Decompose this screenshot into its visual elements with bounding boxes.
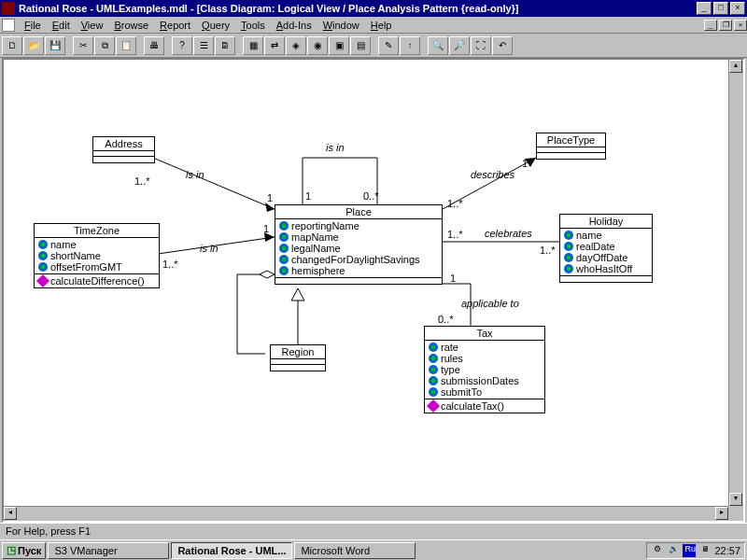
task-rational-rose[interactable]: Rational Rose - UML... — [171, 542, 292, 559]
attribute-icon — [564, 242, 573, 251]
attribute-icon — [429, 343, 438, 352]
menu-bar: File Edit View Browse Report Query Tools… — [0, 17, 747, 34]
save-icon[interactable]: 💾 — [45, 36, 65, 55]
attribute-icon — [564, 264, 573, 273]
minimize-button[interactable]: _ — [697, 2, 712, 15]
horizontal-scrollbar[interactable]: ◂ ▸ — [4, 506, 728, 521]
title-bar: Rational Rose - UMLExamples.mdl - [Class… — [0, 0, 747, 17]
mdi-minimize-button[interactable]: _ — [704, 20, 717, 31]
zoom-out-icon[interactable]: 🔎 — [449, 36, 470, 55]
menu-report[interactable]: Report — [154, 19, 196, 32]
tray-icon[interactable]: 🔊 — [667, 544, 680, 557]
attribute-icon — [564, 253, 573, 262]
paste-icon[interactable]: 📋 — [116, 36, 136, 55]
class-name: TimeZone — [35, 224, 159, 238]
class-holiday[interactable]: Holiday name realDate dayOffDate whoHasI… — [559, 214, 653, 283]
document-icon[interactable] — [2, 19, 15, 32]
class-tax[interactable]: Tax rate rules type submissionDates subm… — [424, 326, 545, 413]
diagram-canvas-frame: Address 1..* is in 1 TimeZone name short… — [2, 58, 745, 523]
mult-tax2: 0..* — [438, 314, 454, 325]
attribute-icon — [279, 266, 289, 275]
fit-window-icon[interactable]: ⛶ — [471, 36, 491, 55]
attribute-icon — [564, 231, 573, 240]
menu-edit[interactable]: Edit — [47, 19, 76, 32]
class-place[interactable]: Place reportingName mapName legalName ch… — [275, 204, 443, 285]
tray-icon[interactable]: ⚙ — [651, 544, 664, 557]
menu-browse[interactable]: Browse — [108, 19, 154, 32]
close-button[interactable]: × — [730, 2, 745, 15]
menu-addins[interactable]: Add-Ins — [271, 19, 317, 32]
class-name: PlaceType — [537, 133, 605, 147]
diagram-canvas[interactable]: Address 1..* is in 1 TimeZone name short… — [4, 60, 728, 506]
system-tray[interactable]: ⚙ 🔊 Ru 🖥 22:57 — [646, 542, 745, 559]
svg-marker-1 — [265, 203, 275, 212]
spec-icon[interactable]: ✎ — [378, 36, 399, 55]
browse-icon[interactable]: ☰ — [193, 36, 214, 55]
component-diagram-icon[interactable]: ▣ — [329, 36, 349, 55]
menu-view[interactable]: View — [76, 19, 109, 32]
zoom-in-icon[interactable]: 🔍 — [428, 36, 448, 55]
new-icon[interactable]: 🗋 — [2, 36, 22, 55]
start-button[interactable]: ◳Пуск — [2, 542, 46, 559]
class-timezone[interactable]: TimeZone name shortName offsetFromGMT ca… — [34, 223, 160, 288]
svg-marker-8 — [291, 288, 304, 301]
print-icon[interactable]: 🖶 — [144, 36, 164, 55]
mult-self1: 1 — [305, 190, 311, 202]
assoc-label-tz: is in — [200, 243, 218, 254]
assoc-label-addr: is in — [186, 169, 204, 180]
class-region[interactable]: Region — [270, 344, 326, 371]
attribute-icon — [279, 221, 289, 231]
window-title: Rational Rose - UMLExamples.mdl - [Class… — [19, 3, 695, 14]
menu-window[interactable]: Window — [317, 19, 365, 32]
class-name: Place — [275, 205, 442, 219]
browse-parent-icon[interactable]: ↑ — [400, 36, 420, 55]
mult-hol1: 1..* — [447, 229, 463, 240]
scroll-right-icon[interactable]: ▸ — [715, 507, 728, 520]
menu-query[interactable]: Query — [196, 19, 235, 32]
svg-line-0 — [153, 158, 275, 209]
copy-icon[interactable]: ⧉ — [94, 36, 115, 55]
state-diagram-icon[interactable]: ◉ — [307, 36, 328, 55]
vertical-scrollbar[interactable]: ▴ ▾ — [728, 60, 743, 506]
task-s3vmanager[interactable]: S3 VManager — [48, 542, 169, 559]
open-icon[interactable]: 📂 — [23, 36, 44, 55]
toolbar: 🗋 📂 💾 ✂ ⧉ 📋 🖶 ? ☰ 🗎 ▦ ⇄ ◈ ◉ ▣ ▤ ✎ ↑ 🔍 🔎 … — [0, 34, 747, 58]
cut-icon[interactable]: ✂ — [73, 36, 93, 55]
language-indicator[interactable]: Ru — [683, 544, 696, 557]
clock: 22:57 — [714, 545, 740, 556]
menu-help[interactable]: Help — [365, 19, 398, 32]
scroll-up-icon[interactable]: ▴ — [729, 60, 742, 73]
class-placetype[interactable]: PlaceType — [536, 133, 606, 160]
undo-fit-icon[interactable]: ↶ — [492, 36, 513, 55]
scroll-left-icon[interactable]: ◂ — [4, 507, 17, 520]
mult-tax1: 1 — [450, 273, 456, 284]
class-diagram-icon[interactable]: ▦ — [243, 36, 263, 55]
scroll-down-icon[interactable]: ▾ — [729, 493, 742, 506]
collaboration-diagram-icon[interactable]: ◈ — [286, 36, 306, 55]
mdi-restore-button[interactable]: ❐ — [719, 20, 732, 31]
status-text: For Help, press F1 — [6, 525, 91, 537]
class-name: Region — [271, 345, 325, 359]
attribute-icon — [429, 354, 438, 363]
mult-addr2: 1 — [267, 192, 273, 203]
mult-tz: 1..* — [162, 259, 178, 270]
help-icon[interactable]: ? — [172, 36, 192, 55]
operation-icon — [427, 399, 440, 413]
sequence-diagram-icon[interactable]: ⇄ — [264, 36, 285, 55]
doc-icon[interactable]: 🗎 — [215, 36, 235, 55]
assoc-label-tax: applicable to — [461, 298, 519, 309]
maximize-button[interactable]: □ — [713, 2, 728, 15]
mdi-close-button[interactable]: × — [734, 20, 747, 31]
mult-pt2: 1 — [522, 158, 528, 169]
tray-icon[interactable]: 🖥 — [698, 544, 712, 557]
menu-file[interactable]: File — [19, 19, 47, 32]
attribute-icon — [429, 387, 438, 397]
attribute-icon — [429, 365, 438, 374]
attribute-icon — [38, 262, 48, 272]
attribute-icon — [38, 251, 48, 260]
class-address[interactable]: Address — [92, 136, 155, 163]
menu-tools[interactable]: Tools — [235, 19, 271, 32]
deployment-diagram-icon[interactable]: ▤ — [350, 36, 371, 55]
task-msword[interactable]: Microsoft Word — [294, 542, 416, 559]
status-bar: For Help, press F1 — [0, 523, 747, 539]
